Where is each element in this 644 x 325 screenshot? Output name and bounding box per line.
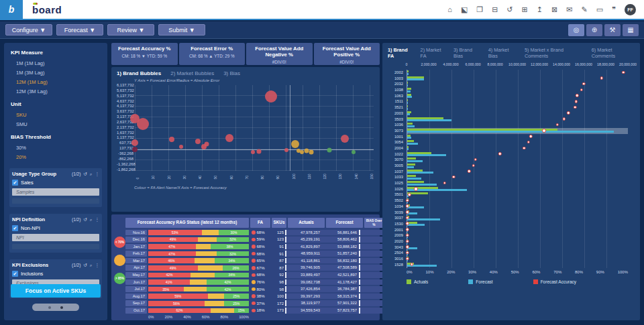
filter-option-12m-1m-lag-[interactable]: 12M (1M Lag) bbox=[9, 77, 102, 86]
filter-option-1m-1m-lag-[interactable]: 1M (1M Lag) bbox=[9, 58, 102, 68]
data-bubble[interactable] bbox=[309, 150, 314, 155]
checkbox-checked[interactable]: ✔ bbox=[12, 180, 18, 186]
rag-bar-track[interactable]: 42%34% bbox=[148, 273, 249, 278]
grid-icon[interactable]: ▦ bbox=[623, 24, 639, 36]
bar-row-3054[interactable] bbox=[407, 139, 628, 145]
data-bubble[interactable] bbox=[284, 148, 288, 152]
rag-bar-track[interactable]: 41%42% bbox=[148, 279, 249, 285]
data-bubble[interactable] bbox=[131, 139, 138, 146]
window-icon[interactable]: ▭ bbox=[596, 6, 603, 13]
bar-row-2003[interactable] bbox=[407, 111, 628, 117]
menu-button-forecast[interactable]: Forecast ▼ bbox=[56, 24, 103, 36]
data-bubble[interactable] bbox=[257, 149, 262, 153]
menu-button-submit[interactable]: Submit ▼ bbox=[158, 24, 205, 36]
bar-row-3502[interactable] bbox=[407, 198, 628, 204]
rag-bar-track[interactable]: 49%26% bbox=[148, 265, 249, 271]
target-icon[interactable]: ◎ bbox=[568, 24, 584, 36]
pages-icon[interactable]: ❐ bbox=[476, 6, 483, 13]
upload-icon[interactable]: ↥ bbox=[537, 6, 543, 13]
bar-row-3005[interactable] bbox=[407, 163, 628, 169]
user-avatar[interactable]: FF bbox=[625, 4, 636, 15]
bar-row-1528[interactable] bbox=[407, 262, 628, 268]
rag-bar-track[interactable]: 47%38% bbox=[148, 244, 249, 249]
bar-row-1003[interactable] bbox=[407, 76, 628, 82]
data-bubble[interactable] bbox=[195, 139, 201, 144]
annotate-icon[interactable]: ✎ bbox=[581, 6, 587, 13]
bar-row-3070[interactable] bbox=[407, 157, 628, 163]
tab-3-brand-bias[interactable]: 3) Brand Bias bbox=[453, 47, 482, 59]
bar-row-1022[interactable] bbox=[407, 151, 628, 157]
brand-plot-area[interactable] bbox=[407, 70, 628, 268]
bar-row-2002[interactable] bbox=[407, 70, 628, 76]
filter-option-smu[interactable]: SMU bbox=[9, 119, 102, 129]
data-bubble[interactable] bbox=[265, 90, 277, 103]
board-logo-square[interactable]: b bbox=[0, 0, 23, 19]
checkbox-checked[interactable]: ✔ bbox=[12, 225, 18, 231]
rag-bar-track[interactable]: 56%25% bbox=[148, 301, 249, 306]
bar-row-3073[interactable] bbox=[407, 128, 628, 134]
selector-checked-item[interactable]: ✔Inclusions bbox=[12, 271, 99, 277]
bar-row-1063[interactable] bbox=[407, 93, 628, 99]
add-screen-icon[interactable]: ⊞ bbox=[522, 6, 528, 13]
tab-2-market-bubbles[interactable]: 2) Market Bubbles bbox=[170, 70, 214, 76]
bar-row-3039[interactable] bbox=[407, 210, 628, 216]
data-bubble[interactable] bbox=[251, 150, 255, 154]
bar-row-1026[interactable] bbox=[407, 186, 628, 192]
tab-5-market-x-brand-comments[interactable]: 5) Market x Brand Comments bbox=[525, 47, 585, 59]
bar-row-2001[interactable] bbox=[407, 227, 628, 233]
tools-icon[interactable]: ⚒ bbox=[604, 24, 621, 36]
bar-row-1034[interactable] bbox=[407, 204, 628, 210]
rag-bar-track[interactable]: 35%42% bbox=[148, 287, 249, 292]
home-icon[interactable]: ⌂ bbox=[447, 6, 452, 13]
tab-3-bias[interactable]: 3) Bias bbox=[223, 70, 240, 76]
rag-bar-track[interactable]: 53%30% bbox=[148, 230, 249, 235]
undo-icon[interactable]: ↺ bbox=[506, 6, 513, 13]
capture-icon[interactable]: ⬕ bbox=[461, 6, 468, 13]
bar-row-1037[interactable] bbox=[407, 169, 628, 175]
kebab-menu-icon[interactable]: ⋮ bbox=[95, 263, 100, 268]
bar-row-3501[interactable] bbox=[407, 192, 628, 198]
data-bubble[interactable] bbox=[225, 134, 233, 142]
rag-bar-track[interactable]: 59%25% bbox=[148, 294, 249, 299]
data-bubble[interactable] bbox=[352, 150, 356, 154]
search-icon[interactable]: ⌕ bbox=[90, 172, 93, 177]
bar-row-1033[interactable] bbox=[407, 174, 628, 180]
bar-row-3521[interactable] bbox=[407, 105, 628, 111]
bar-row-1001[interactable] bbox=[407, 134, 628, 140]
selector-checked-item[interactable]: ✔Sales bbox=[12, 180, 99, 186]
layout-icon[interactable]: ⊟ bbox=[492, 6, 498, 13]
filter-option-20-[interactable]: 20% bbox=[9, 152, 102, 161]
bar-row-2004[interactable] bbox=[407, 145, 628, 151]
menu-button-review[interactable]: Review ▼ bbox=[107, 24, 154, 36]
globe-icon[interactable]: ⊕ bbox=[586, 24, 602, 36]
bar-row-1530[interactable] bbox=[407, 221, 628, 227]
undo-icon[interactable]: ↺ bbox=[83, 263, 87, 268]
data-bubble[interactable] bbox=[179, 145, 183, 149]
data-bubble[interactable] bbox=[169, 137, 174, 142]
selector-checked-item[interactable]: ✔Non-NPI bbox=[12, 225, 99, 231]
rag-bar-track[interactable]: 62%15% bbox=[148, 308, 249, 314]
data-bubble[interactable] bbox=[132, 147, 138, 152]
pager-dot-active[interactable] bbox=[60, 306, 63, 309]
comments-icon[interactable]: ❞ bbox=[612, 6, 616, 13]
bar-row-2032[interactable] bbox=[407, 81, 628, 87]
kebab-menu-icon[interactable]: ⋮ bbox=[95, 172, 100, 177]
filter-option-sku[interactable]: SKU bbox=[9, 110, 102, 119]
data-bubble[interactable] bbox=[204, 141, 209, 146]
bubble-plot-area[interactable] bbox=[135, 85, 374, 171]
rag-bar-track[interactable]: 47%32% bbox=[148, 251, 249, 257]
tab-1-brand-bubbles[interactable]: 1) Brand Bubbles bbox=[117, 70, 161, 76]
search-icon[interactable]: ⌕ bbox=[90, 263, 93, 268]
bar-row-2009[interactable] bbox=[407, 233, 628, 239]
tab-6-market-comments[interactable]: 6) Market Comments bbox=[592, 47, 635, 59]
tab-4-market-bias[interactable]: 4) Market Bias bbox=[488, 47, 518, 59]
data-bubble[interactable] bbox=[305, 148, 309, 153]
bar-row-1038[interactable] bbox=[407, 87, 628, 93]
tab-2-market-fa[interactable]: 2) Market FA bbox=[421, 47, 447, 59]
sidebar-pager[interactable] bbox=[32, 304, 79, 311]
data-bubble[interactable] bbox=[300, 150, 304, 154]
bar-row-1036[interactable] bbox=[407, 122, 628, 128]
filter-option-12m-3m-lag-[interactable]: 12M (3M Lag) bbox=[9, 86, 102, 96]
data-bubble[interactable] bbox=[327, 147, 332, 152]
bar-row-2020[interactable] bbox=[407, 239, 628, 245]
